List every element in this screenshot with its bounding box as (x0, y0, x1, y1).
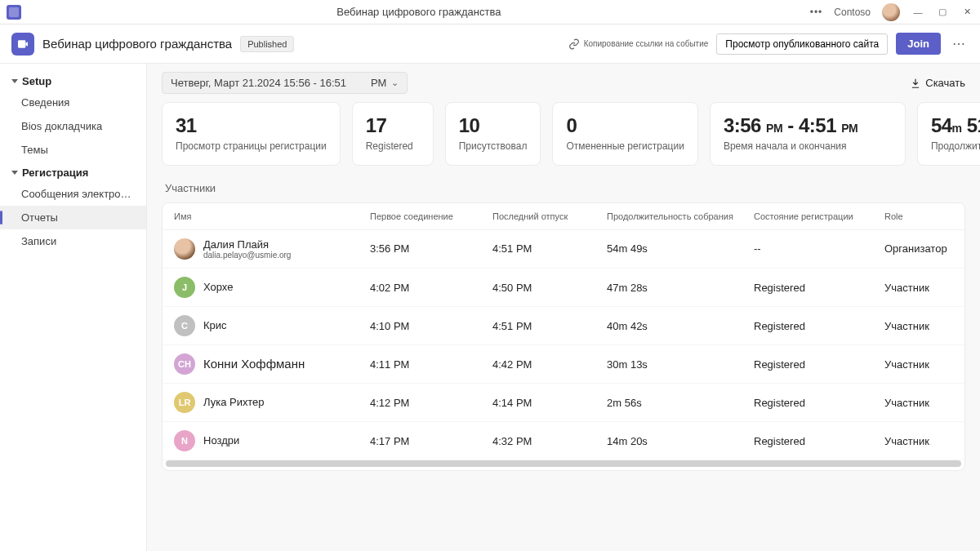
participant-name: Конни Хоффманн (203, 357, 305, 371)
stat-card: 3:56 PM - 4:51 PMВремя начала и окончани… (710, 102, 906, 166)
cell-reg: Registered (754, 358, 884, 371)
stat-card: 54m 51sПродолжительность собрания (917, 102, 980, 166)
meeting-title: Вебинар цифрового гражданства (42, 37, 232, 51)
name-cell: NНоздри (174, 430, 370, 451)
header-more-icon[interactable]: ⋯ (949, 36, 969, 51)
tenant-label: Contoso (834, 7, 871, 18)
copy-link-button[interactable]: Копирование ссылки на событие (568, 38, 709, 50)
close-button[interactable]: ✕ (960, 6, 973, 19)
stat-card: 0Отмененные регистрации (552, 102, 698, 166)
preview-site-button[interactable]: Просмотр опубликованного сайта (716, 33, 888, 55)
column-header[interactable]: Состояние регистрации (754, 211, 884, 221)
cell-role: Участник (884, 282, 965, 294)
cell-dur: 30m 13s (607, 358, 754, 371)
cell-first: 4:02 PM (370, 282, 492, 294)
stat-label: Продолжительность собрания (931, 140, 980, 153)
sidebar-item-bios[interactable]: Bios докладчика (0, 114, 146, 138)
participant-email: dalia.pelayo@usmie.org (203, 251, 291, 260)
cell-first: 4:11 PM (370, 358, 492, 371)
cell-first: 3:56 PM (370, 242, 492, 255)
stat-label: Присутствовал (459, 140, 528, 153)
maximize-button[interactable]: ▢ (936, 6, 949, 19)
date-range-picker[interactable]: Четверг, Март 21.2024 15:56 - 16:51 PM ⌄ (162, 72, 408, 94)
stat-label: Отмененные регистрации (566, 140, 684, 153)
table-row[interactable]: NНоздри4:17 PM4:32 PM14m 20sRegisteredУч… (163, 422, 964, 460)
sidebar: Setup Сведения Bios докладчика Темы Реги… (0, 64, 147, 551)
participant-avatar: J (174, 277, 195, 298)
status-badge: Published (240, 36, 294, 52)
stat-value: 31 (176, 114, 327, 137)
chevron-down-icon (11, 171, 18, 175)
main-content: Четверг, Март 21.2024 15:56 - 16:51 PM ⌄… (147, 64, 980, 551)
column-header[interactable]: Последний отпуск (492, 211, 607, 221)
table-row[interactable]: Далия Плайяdalia.pelayo@usmie.org3:56 PM… (163, 230, 964, 269)
join-button[interactable]: Join (896, 33, 941, 55)
link-icon (568, 38, 580, 50)
sidebar-item-details[interactable]: Сведения (0, 91, 146, 114)
cell-reg: -- (754, 242, 884, 255)
column-header[interactable]: Имя (174, 211, 370, 221)
cell-role: Организатор (884, 242, 965, 255)
cell-role: Участник (884, 358, 965, 371)
table-row[interactable]: JХорхе4:02 PM4:50 PM47m 28sRegisteredУча… (163, 269, 964, 307)
participant-name: Хорхе (203, 281, 233, 294)
meeting-header: Вебинар цифрового гражданства Published … (0, 24, 980, 64)
cell-dur: 14m 20s (607, 435, 754, 447)
stat-label: Время начала и окончания (724, 140, 892, 153)
name-cell: Далия Плайяdalia.pelayo@usmie.org (174, 238, 370, 260)
cell-dur: 2m 56s (607, 397, 754, 409)
horizontal-scrollbar[interactable] (166, 460, 961, 467)
teams-app-icon (7, 5, 21, 20)
stat-value: 3:56 PM - 4:51 PM (724, 114, 892, 137)
cell-role: Участник (884, 397, 965, 409)
sidebar-item-recordings[interactable]: Записи (0, 229, 146, 253)
table-row[interactable]: LRЛука Рихтер4:12 PM4:14 PM2m 56sRegiste… (163, 384, 964, 422)
stat-value: 17 (366, 114, 420, 137)
name-cell: CКрис (174, 315, 370, 336)
cell-reg: Registered (754, 282, 884, 294)
stat-card: 31Просмотр страницы регистрации (162, 102, 341, 166)
table-header-row: ИмяПервое соединениеПоследний отпускПрод… (163, 203, 964, 230)
stat-value: 10 (459, 114, 528, 137)
sidebar-item-emails[interactable]: Сообщения электронной почты (0, 182, 146, 206)
stat-value: 0 (566, 114, 684, 137)
participant-avatar: N (174, 430, 195, 451)
sidebar-item-reports[interactable]: Отчеты (0, 206, 146, 229)
table-row[interactable]: CHКонни Хоффманн4:11 PM4:42 PM30m 13sReg… (163, 345, 964, 384)
column-header[interactable]: Role (884, 211, 965, 221)
participant-name: Ноздри (203, 434, 239, 447)
report-toolbar: Четверг, Март 21.2024 15:56 - 16:51 PM ⌄… (147, 64, 980, 102)
cell-dur: 54m 49s (607, 242, 754, 255)
column-header[interactable]: Первое соединение (370, 211, 492, 221)
cell-reg: Registered (754, 320, 884, 332)
minimize-button[interactable]: — (911, 6, 924, 19)
table-row[interactable]: CКрис4:10 PM4:51 PM40m 42sRegisteredУчас… (163, 307, 964, 345)
cell-first: 4:12 PM (370, 397, 492, 409)
sidebar-group-setup[interactable]: Setup (0, 70, 146, 91)
cell-last: 4:51 PM (492, 242, 607, 255)
participant-avatar: LR (174, 392, 195, 413)
stat-label: Registered (366, 140, 420, 153)
download-icon (910, 78, 921, 89)
cell-last: 4:50 PM (492, 282, 607, 294)
chevron-down-icon (11, 79, 18, 83)
cell-reg: Registered (754, 397, 884, 409)
window-title: Вебинар цифрового гражданства (28, 6, 810, 18)
name-cell: LRЛука Рихтер (174, 392, 370, 413)
titlebar: Вебинар цифрового гражданства ••• Contos… (0, 0, 980, 24)
titlebar-more-icon[interactable]: ••• (810, 7, 823, 18)
cell-first: 4:17 PM (370, 435, 492, 447)
download-button[interactable]: Скачать (910, 77, 965, 89)
participant-name: Лука Рихтер (203, 396, 265, 409)
column-header[interactable]: Продолжительность собрания (607, 211, 754, 221)
stats-row: 31Просмотр страницы регистрации17Registe… (147, 102, 980, 166)
cell-dur: 47m 28s (607, 282, 754, 294)
cell-first: 4:10 PM (370, 320, 492, 332)
cell-last: 4:51 PM (492, 320, 607, 332)
sidebar-item-topics[interactable]: Темы (0, 138, 146, 162)
user-avatar[interactable] (882, 3, 900, 21)
webinar-icon (11, 33, 34, 56)
name-cell: CHКонни Хоффманн (174, 353, 370, 375)
sidebar-group-registration[interactable]: Регистрация (0, 162, 146, 182)
stat-card: 10Присутствовал (445, 102, 541, 166)
